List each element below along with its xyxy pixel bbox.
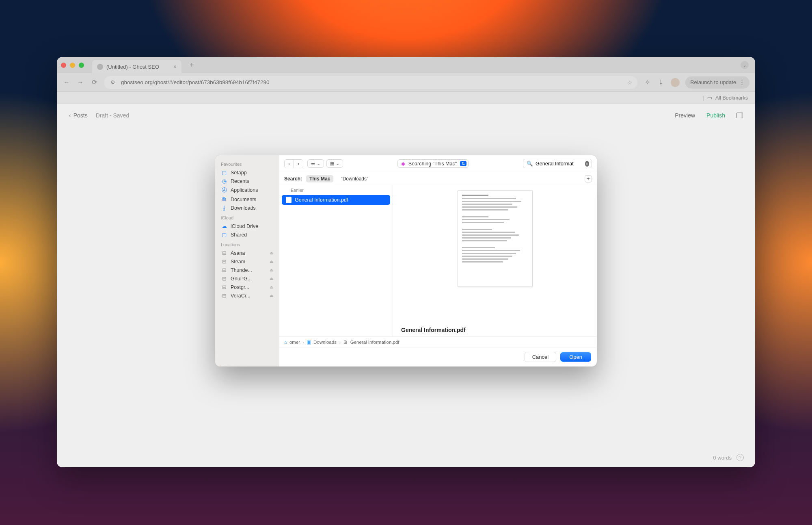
file-dialog-footer: Cancel Open: [279, 347, 597, 367]
sidebar-item-location[interactable]: ⊟Postgr...⏏: [215, 283, 279, 291]
location-title: Searching "This Mac": [408, 161, 457, 167]
sidebar-item-shared[interactable]: ▢Shared: [215, 230, 279, 239]
sidebar-item-recents[interactable]: ◷Recents: [215, 177, 279, 185]
cancel-button[interactable]: Cancel: [525, 352, 556, 362]
window-controls: [61, 63, 84, 68]
nav-back-button[interactable]: ‹: [285, 160, 294, 168]
bookmark-star-icon[interactable]: ☆: [627, 79, 633, 86]
address-bar[interactable]: ⚙ ghostseo.org/ghost/#/editor/post/673b6…: [104, 76, 637, 89]
path-segment[interactable]: omer: [289, 340, 300, 345]
search-icon: 🔍: [527, 161, 533, 167]
tab-close-icon[interactable]: ×: [173, 63, 177, 70]
more-menu-icon[interactable]: ⋮: [739, 79, 745, 85]
smart-folder-icon: ◆: [401, 161, 405, 167]
list-row[interactable]: General Information.pdf: [282, 195, 390, 205]
divider: |: [703, 95, 704, 101]
browser-tab[interactable]: (Untitled) - Ghost SEO ×: [92, 60, 181, 73]
file-open-dialog: Favourites ▢Setapp ◷Recents ⒶApplication…: [215, 155, 597, 367]
sidebar-section-icloud: iCloud: [215, 212, 279, 222]
sidebar-item-documents[interactable]: 🗎Documents: [215, 195, 279, 204]
chevron-left-icon: ‹: [69, 112, 71, 119]
view-columns-button[interactable]: ☰ ⌄: [307, 159, 324, 168]
sidebar-item-label: Asana: [231, 250, 245, 256]
extensions-icon[interactable]: ✧: [643, 78, 651, 86]
draft-status: Draft - Saved: [96, 112, 129, 119]
eject-icon[interactable]: ⏏: [270, 276, 273, 281]
file-dialog-toolbar: ‹ › ☰ ⌄ ▦ ⌄ ◆ Searching "This Mac" ⇅ 🔍 ×: [279, 155, 597, 172]
path-segment[interactable]: Downloads: [313, 340, 337, 345]
document-icon: [286, 197, 292, 203]
sidebar-item-setapp[interactable]: ▢Setapp: [215, 168, 279, 177]
scope-this-mac[interactable]: This Mac: [306, 175, 333, 182]
search-field[interactable]: 🔍 ×: [523, 159, 592, 168]
chevron-right-icon: ›: [302, 340, 304, 345]
sidebar-item-location[interactable]: ⊟GnuPG...⏏: [215, 274, 279, 283]
sidebar-item-downloads[interactable]: ⭳Downloads: [215, 204, 279, 212]
window-maximize-button[interactable]: [79, 63, 84, 68]
sidebar-item-label: Documents: [231, 197, 256, 202]
nav-forward-icon[interactable]: →: [76, 79, 84, 86]
sidebar-item-location[interactable]: ⊟Steam⏏: [215, 257, 279, 266]
sidebar-section-locations: Locations: [215, 239, 279, 249]
nav-back-icon[interactable]: ←: [63, 79, 71, 86]
publish-link[interactable]: Publish: [706, 112, 725, 119]
editor-header: ‹ Posts Draft - Saved Preview Publish: [57, 104, 755, 127]
chevron-right-icon: ›: [339, 340, 341, 345]
site-settings-icon[interactable]: ⚙: [109, 79, 117, 85]
add-search-criteria-button[interactable]: +: [585, 175, 592, 182]
file-dialog-sidebar: Favourites ▢Setapp ◷Recents ⒶApplication…: [215, 155, 279, 367]
sidebar-item-label: Thunde...: [231, 267, 252, 273]
downloads-icon[interactable]: ⭳: [657, 79, 665, 86]
scope-downloads[interactable]: "Downloads": [337, 175, 371, 182]
window-minimize-button[interactable]: [70, 63, 75, 68]
preview-filename: General Information.pdf: [401, 321, 466, 333]
sidebar-item-location[interactable]: ⊟VeraCr...⏏: [215, 291, 279, 300]
sidebar-item-label: Setapp: [231, 170, 247, 176]
eject-icon[interactable]: ⏏: [270, 293, 273, 298]
preview-thumbnail: [458, 190, 533, 287]
sidebar-item-label: iCloud Drive: [231, 223, 258, 229]
help-icon[interactable]: ?: [736, 454, 744, 461]
sidebar-item-label: Steam: [231, 259, 245, 265]
sidebar-item-icloud-drive[interactable]: ☁iCloud Drive: [215, 222, 279, 230]
sidebar-section-favourites: Favourites: [215, 158, 279, 168]
sidebar-item-label: Shared: [231, 232, 247, 238]
location-dropdown[interactable]: ◆ Searching "This Mac" ⇅: [397, 159, 469, 168]
sidebar-item-label: VeraCr...: [231, 293, 251, 299]
path-segment[interactable]: General Information.pdf: [350, 340, 400, 345]
nav-history-buttons: ‹ ›: [284, 159, 303, 168]
new-tab-button[interactable]: +: [186, 61, 198, 69]
chevron-down-icon: ⌄: [317, 161, 320, 166]
dropdown-arrows-icon: ⇅: [460, 161, 466, 166]
view-grid-button[interactable]: ▦ ⌄: [326, 159, 343, 168]
settings-panel-toggle-icon[interactable]: [736, 113, 743, 118]
eject-icon[interactable]: ⏏: [270, 268, 273, 272]
eject-icon[interactable]: ⏏: [270, 259, 273, 264]
sidebar-item-applications[interactable]: ⒶApplications: [215, 185, 279, 195]
word-count: 0 words: [713, 455, 732, 461]
eject-icon[interactable]: ⏏: [270, 251, 273, 255]
file-dialog-main: ‹ › ☰ ⌄ ▦ ⌄ ◆ Searching "This Mac" ⇅ 🔍 ×: [279, 155, 597, 367]
relaunch-button[interactable]: Relaunch to update ⋮: [685, 76, 749, 89]
sidebar-item-location[interactable]: ⊟Asana⏏: [215, 249, 279, 257]
preview-pane: General Information.pdf: [393, 185, 597, 336]
all-bookmarks-link[interactable]: All Bookmarks: [715, 95, 748, 101]
tabs-overflow-button[interactable]: ⌄: [741, 61, 749, 69]
document-icon: 🗎: [343, 340, 348, 345]
sidebar-item-location[interactable]: ⊟Thunde...⏏: [215, 266, 279, 274]
eject-icon[interactable]: ⏏: [270, 285, 273, 289]
editor-footer: 0 words ?: [57, 448, 755, 467]
browser-tabbar: (Untitled) - Ghost SEO × + ⌄: [57, 57, 755, 73]
profile-avatar-icon[interactable]: [671, 78, 680, 87]
back-to-posts-link[interactable]: ‹ Posts: [69, 112, 88, 119]
sidebar-item-label: Applications: [231, 187, 258, 193]
result-list: Earlier General Information.pdf: [279, 185, 393, 336]
preview-link[interactable]: Preview: [675, 112, 695, 119]
nav-reload-icon[interactable]: ⟳: [90, 78, 98, 86]
nav-forward-button[interactable]: ›: [294, 160, 303, 168]
open-button[interactable]: Open: [560, 352, 591, 362]
search-input[interactable]: [536, 161, 583, 167]
clear-search-icon[interactable]: ×: [585, 161, 590, 167]
folder-icon: ▭: [707, 95, 712, 101]
window-close-button[interactable]: [61, 63, 66, 68]
